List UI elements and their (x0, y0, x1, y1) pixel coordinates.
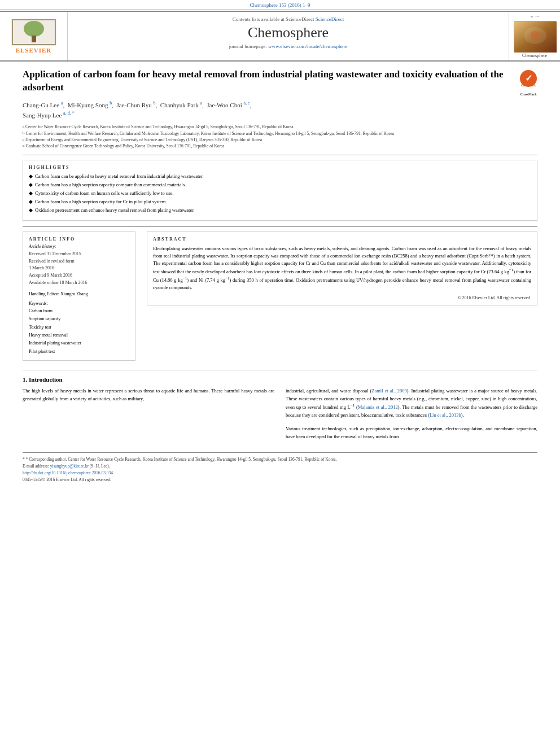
crossmark-badge[interactable]: ✓ CrossMark CrossMark (519, 69, 537, 88)
highlight-5: ◆ Oxidation pretreatment can enhance hea… (29, 207, 531, 214)
highlight-4: ◆ Carbon foam has a high sorption capaci… (29, 199, 531, 206)
keyword-3: Toxicity test (29, 324, 129, 331)
elsevier-graphic (11, 19, 56, 46)
email-link[interactable]: yisanghyup@kist.re.kr (50, 464, 89, 469)
history-label: Article history: (29, 244, 129, 249)
doi-line: http://dx.doi.org/10.1016/j.chemosphere.… (23, 470, 537, 477)
highlights-label: HIGHLIGHTS (29, 165, 531, 170)
journal-title: Chemosphere (79, 24, 497, 41)
handling-editor: Handling Editor: Xiangru Zhang (29, 291, 129, 296)
keyword-5: Industrial plating wastewater (29, 339, 129, 347)
article-info-col: ARTICLE INFO Article history: Received 3… (23, 231, 135, 361)
footnote-star: * (23, 457, 25, 462)
intro-right-text-2: Various treatment technologies, such as … (286, 425, 537, 440)
divider-2 (23, 226, 537, 227)
abstract-text: Electroplating wastewater contains vario… (153, 245, 531, 292)
ref-zamil[interactable]: Zamil et al., 2009 (371, 388, 406, 394)
affil-b: b Center for Environment, Health and Wel… (23, 130, 537, 137)
copyright-line: © 2016 Elsevier Ltd. All rights reserved… (153, 295, 531, 300)
sciencedirect-link[interactable]: ScienceDirect (316, 16, 344, 22)
author-1: Chang-Gu Lee a, (23, 102, 66, 108)
history-revised-label: Received in revised form (29, 258, 129, 265)
intro-right-text: industrial, agricultural, and waste disp… (286, 387, 537, 419)
affiliations: a Center for Water Resource Cycle Resear… (23, 124, 537, 149)
ref-malamis[interactable]: Malamis et al., 2012 (358, 404, 398, 410)
author-2: Mi-Kyung Song b, (68, 102, 115, 108)
article-info-abstract-area: ARTICLE INFO Article history: Received 3… (23, 231, 537, 361)
journal-center: Contents lists available at ScienceDirec… (68, 12, 509, 60)
elsevier-logo-area: ELSEVIER (0, 12, 68, 60)
corresponding-author-note: * * Corresponding author. Center for Wat… (23, 456, 537, 463)
homepage-url[interactable]: www.elsevier.com/locate/chemosphere (268, 43, 347, 49)
journal-bar: Chemosphere 153 (2016) 1–9 (0, 0, 560, 10)
keywords-label: Keywords: (29, 301, 129, 306)
journal-homepage: journal homepage: www.elsevier.com/locat… (79, 43, 497, 49)
chemosphere-thumbnail-label: Chemosphere (522, 53, 547, 58)
svg-text:✓: ✓ (525, 73, 532, 83)
issn-line: 0045-6535/© 2016 Elsevier Ltd. All right… (23, 477, 537, 483)
article-history: Article history: Received 31 December 20… (29, 244, 129, 287)
journal-citation: Chemosphere 153 (2016) 1–9 (250, 2, 310, 8)
divider-1 (23, 155, 537, 155)
intro-left-text: The high levels of heavy metals in water… (23, 387, 274, 403)
highlight-2: ◆ Carbon foam has a high sorption capaci… (29, 182, 531, 189)
author-5: Jae-Woo Choi a, c, (207, 102, 251, 108)
author-6: Sang-Hyup Lee a, d, * (23, 112, 75, 119)
keyword-6: Pilot plant test (29, 348, 129, 356)
highlight-3: ◆ Cytotoxicity of carbon foam on human c… (29, 190, 531, 197)
author-4: Chanhyuk Park a, (160, 102, 205, 108)
sciencedirect-text: Contents lists available at ScienceDirec… (79, 16, 497, 22)
article-title-area: Application of carbon foam for heavy met… (23, 68, 537, 94)
abstract-box: ABSTRACT Electroplating wastewater conta… (147, 231, 537, 305)
highlight-1: ◆ Carbon foam can be applied to heavy me… (29, 173, 531, 180)
keyword-1: Carbon foam (29, 307, 129, 315)
article-info-box: ARTICLE INFO Article history: Received 3… (23, 231, 135, 361)
abstract-label: ABSTRACT (153, 237, 531, 242)
history-accepted: Accepted 9 March 2016 (29, 272, 129, 279)
author-3: Jae-Chun Ryu b, (116, 102, 158, 108)
history-online: Available online 18 March 2016 (29, 279, 129, 287)
history-revised-date: 3 March 2016 (29, 265, 129, 272)
doi-link[interactable]: http://dx.doi.org/10.1016/j.chemosphere.… (23, 470, 113, 475)
header-icons: ≡ ··· (531, 14, 539, 19)
authors-line: Chang-Gu Lee a, Mi-Kyung Song b, Jae-Chu… (23, 100, 537, 121)
intro-right-col: industrial, agricultural, and waste disp… (286, 387, 537, 440)
keywords: Keywords: Carbon foam Sorption capacity … (29, 301, 129, 356)
svg-point-6 (531, 31, 540, 40)
affil-d: d Graduate School of Convergence Green T… (23, 143, 537, 149)
highlights-box: HIGHLIGHTS ◆ Carbon foam can be applied … (23, 160, 537, 220)
abstract-col: ABSTRACT Electroplating wastewater conta… (147, 231, 537, 361)
keyword-4: Heavy metal removal (29, 331, 129, 339)
affil-c: c Department of Energy and Environmental… (23, 137, 537, 143)
svg-text:CrossMark: CrossMark (521, 84, 536, 87)
handling-value: Handling Editor: Xiangru Zhang (29, 291, 129, 296)
footnotes: * * Corresponding author. Center for Wat… (23, 452, 537, 483)
journal-header: ELSEVIER Contents lists available at Sci… (0, 11, 560, 62)
article-info-label: ARTICLE INFO (29, 237, 129, 242)
article-title: Application of carbon foam for heavy met… (23, 68, 514, 94)
svg-point-1 (24, 21, 44, 37)
svg-rect-2 (32, 36, 36, 42)
main-content: Application of carbon foam for heavy met… (0, 62, 560, 483)
ref-liu[interactable]: Liu et al., 2013b (430, 412, 461, 418)
email-note: E-mail address: yisanghyup@kist.re.kr (S… (23, 463, 537, 470)
keyword-2: Sorption capacity (29, 315, 129, 323)
intro-left-col: The high levels of heavy metals in water… (23, 387, 274, 440)
journal-thumbnail-area: ≡ ··· Chemosphere (509, 12, 560, 60)
intro-body: The high levels of heavy metals in water… (23, 387, 537, 440)
introduction-section: 1. Introduction The high levels of heavy… (23, 370, 537, 440)
journal-cover-thumbnail (514, 21, 556, 52)
history-received: Received 31 December 2015 (29, 251, 129, 258)
affil-a: a Center for Water Resource Cycle Resear… (23, 124, 537, 130)
elsevier-label: ELSEVIER (11, 47, 56, 54)
section-number: 1. Introduction (23, 376, 537, 383)
